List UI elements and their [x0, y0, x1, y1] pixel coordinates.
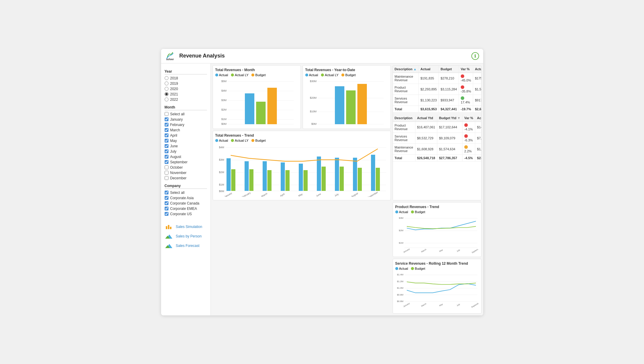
svg-rect-44: [281, 162, 285, 191]
service-revenues-rolling-chart: $1.4M $1.2M $1.0M $0.8M $0.6M: [395, 272, 479, 310]
svg-text:January: January: [403, 302, 410, 308]
bar-ytd-budget: [357, 84, 367, 124]
company-corporate-asia[interactable]: Corporate Asia: [165, 195, 207, 201]
svg-text:$1M: $1M: [221, 118, 227, 121]
bar-budget: [267, 88, 277, 124]
svg-rect-46: [299, 164, 303, 191]
company-corporate-us[interactable]: Corporate US: [165, 211, 207, 217]
month-select-all[interactable]: Select all: [165, 111, 207, 117]
tables-section: Description ▲ Actual Budget Var % Actual…: [393, 65, 481, 200]
table-row: Product Revenue $2,293,895 $3,115,284 -3…: [393, 84, 481, 95]
svg-text:$0M: $0M: [221, 122, 227, 125]
year-2022[interactable]: 2022: [165, 97, 207, 102]
company-select-all[interactable]: Select all: [165, 190, 207, 195]
service-revenues-rolling-legend: Actual Budget: [395, 267, 479, 270]
total-revenues-trend-title: Total Revenues - Trend: [215, 133, 388, 138]
svg-text:$1.2M: $1.2M: [397, 280, 403, 282]
svg-text:September: September: [367, 191, 378, 197]
service-revenues-rolling-card: Service Revenues - Rolling 12 Month Tren…: [393, 259, 481, 314]
nav-sales-by-person[interactable]: Sales by Person: [165, 232, 207, 241]
company-section-label: Company: [165, 184, 207, 189]
year-2021[interactable]: 2021: [165, 92, 207, 97]
total-revenues-ytd-title: Total Revenues - Year-to-Date: [305, 68, 388, 72]
month-november[interactable]: November: [165, 170, 207, 175]
svg-rect-47: [303, 170, 308, 191]
page-title: Revenue Analysis: [179, 53, 225, 59]
svg-text:$3M: $3M: [221, 99, 227, 102]
svg-rect-51: [340, 167, 344, 191]
svg-text:$4M: $4M: [221, 89, 227, 92]
company-checkbox-group: Select all Corporate Asia Corporate Cana…: [165, 190, 207, 217]
svg-text:Septemb...: Septemb...: [471, 301, 479, 308]
svg-rect-38: [227, 158, 231, 191]
month-august[interactable]: August: [165, 154, 207, 159]
total-revenues-ytd-legend: Actual Actual LY Budget: [305, 73, 388, 77]
ytd-table: Description Actual Ytd Budget Ytd ▼ Var …: [393, 114, 481, 162]
sidebar: Year 2018 2019 2020 2021 2022 Month Sele…: [161, 63, 211, 315]
monthly-table: Description ▲ Actual Budget Var % Actual…: [393, 66, 481, 113]
svg-text:March: March: [421, 248, 427, 253]
svg-text:$5M: $5M: [221, 80, 227, 83]
year-2019[interactable]: 2019: [165, 81, 207, 86]
col-actual-ytd: Actual Ytd: [415, 114, 437, 122]
product-revenues-trend-chart: $3M $2M $1M January Ma: [395, 215, 479, 253]
col-actual: Actual: [418, 66, 439, 73]
svg-text:$4M: $4M: [219, 146, 224, 149]
month-march[interactable]: March: [165, 127, 207, 133]
company-corporate-canada[interactable]: Corporate Canada: [165, 201, 207, 206]
svg-text:May: May: [439, 303, 444, 307]
month-september[interactable]: September: [165, 159, 207, 165]
month-january[interactable]: January: [165, 117, 207, 122]
month-june[interactable]: June: [165, 143, 207, 149]
svg-text:$0M: $0M: [311, 122, 317, 125]
col-budget: Budget: [439, 66, 459, 73]
year-2018[interactable]: 2018: [165, 76, 207, 81]
table-row: MaintenanceRevenue $1,608,928 $1,574,634…: [393, 143, 481, 154]
right-bottom-charts: Product Revenues - Trend Actual Budget $…: [393, 202, 481, 314]
col-budget-ytd: Budget Ytd ▼: [437, 114, 462, 122]
svg-text:February: February: [241, 191, 251, 197]
svg-text:January: January: [403, 248, 410, 253]
month-december[interactable]: December: [165, 175, 207, 181]
nav-sales-simulation[interactable]: Sales Simulation: [165, 222, 207, 232]
svg-text:$10M: $10M: [310, 110, 317, 113]
nav-links: Sales Simulation Sales by Person Sales F…: [165, 222, 207, 250]
month-july[interactable]: July: [165, 149, 207, 154]
svg-text:$3M: $3M: [219, 158, 224, 161]
nav-sales-forecast[interactable]: Sales Forecast: [165, 241, 207, 250]
company-corporate-emea[interactable]: Corporate EMEA: [165, 206, 207, 211]
product-revenues-trend-card: Product Revenues - Trend Actual Budget $…: [393, 202, 481, 257]
monthly-total-row: Total $3,615,953 $4,327,441 -19.7% $2,65…: [393, 106, 481, 112]
svg-rect-42: [263, 161, 267, 191]
mountain-icon: [165, 233, 174, 239]
svg-text:April: April: [280, 192, 285, 197]
info-button[interactable]: ℹ: [471, 52, 479, 60]
month-february[interactable]: February: [165, 122, 207, 127]
col-ytd-var-pct: Var %: [462, 114, 475, 122]
col-actual-ytd-ly: Actual Ytd LY: [475, 114, 481, 122]
svg-text:$20M: $20M: [310, 96, 317, 99]
month-october[interactable]: October: [165, 165, 207, 170]
bar-ytd-actual-ly: [346, 90, 356, 124]
month-april[interactable]: April: [165, 133, 207, 138]
forecast-icon: [165, 243, 174, 249]
svg-text:March: March: [421, 302, 427, 307]
status-dot-red: [461, 74, 464, 78]
svg-rect-48: [317, 157, 321, 191]
total-revenues-month-title: Total Revenues - Month: [215, 68, 298, 72]
table-row: Services Revenue $1,130,223 $933,947 17.…: [393, 95, 481, 106]
table-row: MaintenanceRevenue $191,835 $278,210 -45…: [393, 73, 481, 84]
year-2020[interactable]: 2020: [165, 86, 207, 92]
month-checkbox-group: Select all January February March April …: [165, 111, 207, 181]
col-var-pct: Var %: [459, 66, 473, 73]
svg-rect-52: [353, 158, 357, 191]
svg-rect-49: [322, 167, 326, 191]
svg-rect-43: [267, 170, 272, 191]
status-dot-red: [461, 85, 464, 89]
svg-text:July: July: [334, 193, 339, 197]
svg-text:$0.8M: $0.8M: [397, 293, 403, 296]
month-may[interactable]: May: [165, 138, 207, 143]
svg-rect-50: [335, 158, 339, 191]
total-revenues-trend-card: Total Revenues - Trend Actual Actual LY …: [213, 131, 391, 200]
svg-text:$0M: $0M: [219, 190, 224, 193]
